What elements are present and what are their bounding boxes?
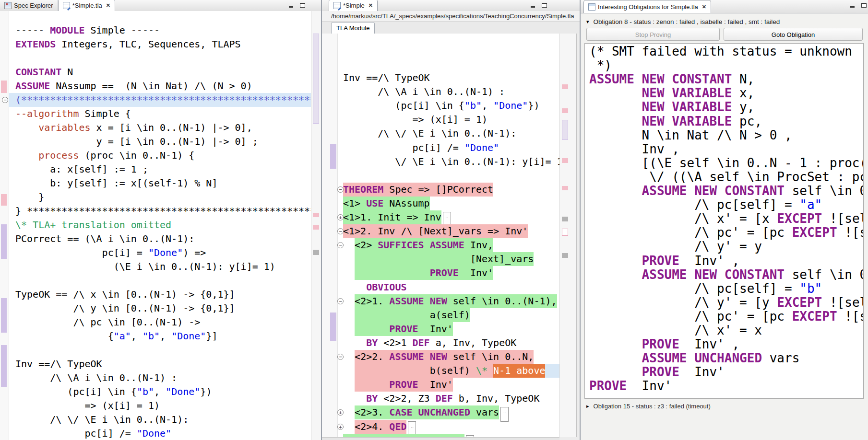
minimize-icon[interactable]	[849, 2, 856, 8]
code-line: PROVE Inv'	[589, 379, 672, 393]
code-segment: <2>1.	[355, 294, 389, 308]
tab-simple-tla[interactable]: *Simple.tla ✕	[58, 0, 115, 11]
annotation-marker	[562, 217, 568, 221]
left-overview-ruler[interactable]	[311, 11, 322, 440]
panel-divider[interactable]	[321, 0, 322, 440]
minimize-icon[interactable]	[530, 2, 536, 8]
code-line: /\ pc' = [pc EXCEPT ![s	[589, 310, 864, 324]
code-segment	[545, 364, 559, 378]
code-segment: <1>2. Inv /\ [Next]_vars => Inv'	[343, 224, 528, 238]
collapse-icon[interactable]: −	[2, 97, 8, 103]
tla-toolbox-window: Spec Explorer *Simple.tla ✕ ----- MODULE…	[0, 0, 868, 440]
code-segment: <1>	[343, 197, 366, 210]
annotation-marker	[330, 144, 336, 169]
code-segment: /\ \/ \E i \in 0..(N-1):	[343, 127, 516, 140]
code-segment: Inv'	[418, 378, 453, 392]
code-line: --algorithm Simple {	[15, 107, 131, 121]
panel-divider[interactable]	[580, 0, 581, 440]
code-line: a(self)	[343, 308, 470, 322]
collapse-icon[interactable]: −	[337, 354, 344, 360]
code-line: NEW VARIABLE y,	[589, 100, 754, 114]
code-segment: ,	[131, 329, 143, 343]
code-segment: <1>3. Inv => PCorrect	[343, 434, 464, 437]
chevron-down-icon[interactable]: ▾	[586, 19, 589, 25]
code-segment	[355, 266, 430, 280]
tab-simple[interactable]: *Simple ✕	[329, 0, 378, 11]
code-segment: (***************************************…	[15, 93, 311, 107]
code-line: process (proc \in 0..N-1) {	[15, 149, 194, 162]
tab-tla-module[interactable]: TLA Module	[331, 22, 375, 34]
horizontal-scrollbar[interactable]	[322, 437, 559, 440]
code-segment: Inv'	[679, 365, 725, 379]
obligation-8-header[interactable]: ▾ Obligation 8 - status : zenon : failed…	[586, 18, 780, 25]
code-segment	[343, 420, 355, 434]
code-segment: --algorithm	[15, 107, 79, 121]
code-segment: variables	[38, 121, 90, 135]
code-line: (pc[i] \in {"b", "Done"})	[343, 99, 539, 113]
tla-file-icon	[63, 2, 70, 9]
code-line: PROVE Inv'	[343, 378, 453, 392]
code-segment: Simple {	[79, 107, 131, 121]
code-segment: y = [i \in 0..(N-1) |-> 0] ;	[15, 135, 258, 149]
code-segment: self \in 0	[785, 184, 864, 198]
code-segment: vars	[470, 405, 499, 419]
code-line: TypeOK == /\ x \in [0..(N-1) -> {0,1}]	[15, 288, 235, 301]
code-line: \/ \E i \in 0..(N-1): y[i]= 1	[343, 155, 559, 169]
middle-editor[interactable]: Inv ==/\ TypeOK /\ \A i \in 0..(N-1) : (…	[322, 34, 559, 437]
chevron-right-icon[interactable]: ▸	[586, 403, 589, 409]
code-segment: PROVE	[389, 378, 418, 392]
code-line: <1>3. Inv => PCorrect‥	[343, 434, 474, 437]
code-segment: }	[15, 190, 44, 204]
code-segment: "Done"	[166, 385, 200, 399]
proof-placeholder[interactable]: ‥	[500, 407, 509, 422]
code-segment	[15, 121, 38, 135]
code-segment: ASSUME NEW CONSTANT	[642, 184, 785, 198]
code-segment: [(\E self \in 0..N - 1 : proc(	[589, 156, 864, 170]
middle-overview-ruler[interactable]	[559, 34, 577, 437]
close-icon[interactable]: ✕	[702, 4, 706, 10]
annotation-marker	[1, 81, 7, 93]
code-segment: \*	[476, 364, 493, 378]
code-segment: Integers, TLC, Sequences, TLAPS	[56, 37, 240, 51]
code-line: => (x[i] = 1)	[15, 399, 160, 413]
collapse-icon[interactable]: −	[337, 228, 344, 234]
code-line: PROVE Inv' ,	[589, 254, 739, 268]
code-segment: QED	[389, 420, 406, 434]
code-segment: /\ y' = [y	[589, 296, 777, 310]
tab-spec-explorer[interactable]: Spec Explorer	[0, 0, 58, 11]
code-segment: } **************************************…	[15, 204, 311, 218]
collapse-icon[interactable]: −	[337, 186, 344, 193]
obligation-15-header[interactable]: ▸ Obligation 15 - status : z3 : failed (…	[586, 403, 711, 410]
left-annotation-gutter	[0, 11, 9, 440]
minimize-icon[interactable]	[288, 2, 295, 8]
code-segment: "b"	[464, 99, 482, 113]
code-segment: Inv'	[418, 322, 453, 336]
close-icon[interactable]: ✕	[369, 3, 373, 8]
code-segment: /\ y' = y	[589, 240, 762, 254]
maximize-icon[interactable]	[541, 2, 548, 8]
left-editor[interactable]: ----- MODULE Simple -----EXTENDS Integer…	[0, 11, 311, 440]
tab-interesting-obligations[interactable]: Interesting Obligations for Simple.tla ✕	[583, 0, 711, 13]
code-segment: EXTENDS	[15, 37, 56, 51]
expand-icon[interactable]: +	[337, 424, 344, 430]
code-segment	[343, 322, 355, 336]
code-segment: PCorrect == (\A i \in 0..(N-1):	[15, 232, 194, 246]
code-segment: /\ pc' = [pc	[589, 226, 792, 240]
code-segment: \* TLA+ translation omitted	[15, 218, 171, 232]
code-segment	[343, 266, 355, 280]
goto-obligation-button[interactable]: Goto Obligation	[724, 28, 863, 41]
maximize-icon[interactable]	[861, 2, 868, 8]
code-segment: ![sel	[822, 296, 864, 310]
code-line: PCorrect == (\A i \in 0..(N-1):	[15, 232, 194, 246]
collapse-icon[interactable]: −	[337, 298, 344, 304]
code-line: BY <2>1 DEF a, Inv, TypeOK	[343, 336, 516, 350]
maximize-icon[interactable]	[299, 2, 306, 8]
code-segment: "a"	[114, 329, 131, 343]
code-line: /\ \A i \in 0..(N-1) :	[343, 85, 505, 99]
close-icon[interactable]: ✕	[106, 3, 110, 8]
code-line: <2> SUFFICES ASSUME Inv,	[343, 238, 493, 252]
stop-proving-button[interactable]: Stop Proving	[586, 28, 720, 41]
code-line: y = [i \in 0..(N-1) |-> 0] ;	[15, 135, 258, 149]
expand-icon[interactable]: +	[337, 214, 344, 220]
code-line: ASSUME NEW CONSTANT self \in 0	[589, 184, 864, 198]
